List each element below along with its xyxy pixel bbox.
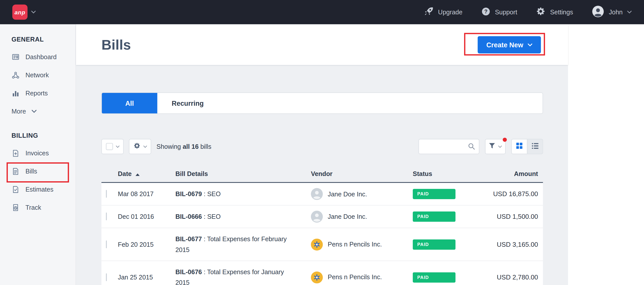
status-badge: PAID xyxy=(413,211,456,222)
sidebar: GENERAL Dashboard Network Reports More xyxy=(0,24,76,285)
status-cell: PAID xyxy=(413,272,456,282)
avatar xyxy=(592,5,604,19)
user-menu[interactable]: John xyxy=(592,5,632,19)
sidebar-item-network[interactable]: Network xyxy=(0,66,75,84)
chevron-down-icon xyxy=(32,110,37,113)
user-label: John xyxy=(609,8,623,16)
column-header-bill-details[interactable]: Bill Details xyxy=(175,170,208,177)
funnel-icon xyxy=(489,143,495,151)
bill-description: : SEO xyxy=(202,213,221,220)
settings-label: Settings xyxy=(550,8,573,16)
table-row[interactable]: Mar 08 2017 BIL-0679 : SEO Jane Doe Inc.… xyxy=(101,183,543,206)
vendor-name: Pens n Pencils Inc. xyxy=(328,274,382,281)
search-box xyxy=(419,139,479,154)
app-logo-menu[interactable]: anp xyxy=(12,5,36,20)
chevron-down-icon xyxy=(498,145,502,148)
sort-asc-icon xyxy=(135,173,139,176)
bill-amount: USD 3,165.00 xyxy=(497,241,538,248)
settings-button[interactable]: Settings xyxy=(536,7,573,18)
row-checkbox[interactable] xyxy=(106,240,107,248)
row-checkbox[interactable] xyxy=(106,190,107,198)
bill-date: Mar 08 2017 xyxy=(118,190,154,198)
gear-icon xyxy=(536,7,546,18)
showing-count-value: all 16 xyxy=(183,143,198,150)
status-cell: PAID xyxy=(413,189,456,199)
sidebar-item-label: Bills xyxy=(25,168,37,175)
select-all-checkbox[interactable] xyxy=(106,143,113,150)
sidebar-item-label: Reports xyxy=(25,90,48,97)
vendor-cell: Pens n Pencils Inc. xyxy=(311,271,382,283)
bill-id[interactable]: BIL-0666 xyxy=(175,213,202,220)
list-icon xyxy=(532,143,538,150)
app-window: anp Upgrade ? Support xyxy=(0,0,644,285)
vendor-cell: Pens n Pencils Inc. xyxy=(311,238,382,250)
sidebar-item-invoices[interactable]: Invoices xyxy=(0,144,75,162)
sidebar-item-label: More xyxy=(12,108,26,115)
status-cell: PAID xyxy=(413,239,456,250)
support-button[interactable]: ? Support xyxy=(481,7,517,17)
sidebar-item-track[interactable]: Track xyxy=(0,199,75,217)
bill-description: : SEO xyxy=(202,190,221,197)
sidebar-section-general: GENERAL xyxy=(0,24,75,48)
sidebar-item-bills[interactable]: Bills xyxy=(0,162,75,181)
rocket-icon xyxy=(424,7,433,17)
bill-id[interactable]: BIL-0676 xyxy=(175,268,202,275)
sidebar-item-more[interactable]: More xyxy=(0,102,75,121)
vendor-cell: Jane Doe Inc. xyxy=(311,188,367,200)
sidebar-item-estimates[interactable]: Estimates xyxy=(0,181,75,199)
track-clock-icon xyxy=(12,203,20,212)
page-title: Bills xyxy=(101,37,131,53)
network-icon xyxy=(12,71,20,79)
select-all-dropdown[interactable] xyxy=(101,139,124,154)
bulk-actions-dropdown[interactable] xyxy=(129,139,151,154)
bill-id[interactable]: BIL-0679 xyxy=(175,190,202,197)
column-header-amount[interactable]: Amount xyxy=(514,170,538,177)
upgrade-label: Upgrade xyxy=(438,8,462,16)
sidebar-item-label: Network xyxy=(25,72,49,79)
grid-view-button[interactable] xyxy=(512,139,527,154)
chevron-down-icon xyxy=(627,11,632,13)
page-header: Bills Create New xyxy=(76,24,568,65)
upgrade-button[interactable]: Upgrade xyxy=(424,7,462,17)
vendor-avatar-person-icon xyxy=(311,211,323,223)
row-checkbox[interactable] xyxy=(106,273,107,281)
bills-table-body: Mar 08 2017 BIL-0679 : SEO Jane Doe Inc.… xyxy=(101,183,543,285)
column-header-vendor[interactable]: Vendor xyxy=(311,170,333,177)
chevron-down-icon xyxy=(116,145,119,148)
table-row[interactable]: Dec 01 2016 BIL-0666 : SEO Jane Doe Inc.… xyxy=(101,205,543,228)
bill-details: BIL-0666 : SEO xyxy=(175,211,299,222)
column-header-status[interactable]: Status xyxy=(413,170,432,177)
status-badge: PAID xyxy=(413,272,456,282)
question-icon: ? xyxy=(481,7,491,17)
support-label: Support xyxy=(495,8,517,16)
status-cell: PAID xyxy=(413,211,456,222)
tab-all[interactable]: All xyxy=(102,93,157,114)
tab-recurring[interactable]: Recurring xyxy=(172,93,204,114)
vendor-logo-icon xyxy=(311,238,323,250)
create-new-button[interactable]: Create New xyxy=(478,36,541,54)
bill-id[interactable]: BIL-0677 xyxy=(175,235,202,242)
filter-button[interactable] xyxy=(485,139,506,154)
column-header-date[interactable]: Date xyxy=(118,170,140,177)
vendor-name: Jane Doe Inc. xyxy=(328,190,367,198)
row-checkbox[interactable] xyxy=(106,212,107,220)
bill-details: BIL-0677 : Total Expenses for February 2… xyxy=(175,234,299,255)
table-row[interactable]: Jan 25 2015 BIL-0676 : Total Expenses fo… xyxy=(101,261,543,285)
bill-amount: USD 2,780.00 xyxy=(497,274,538,281)
filter-active-dot xyxy=(503,138,507,142)
bar-chart-icon xyxy=(12,89,20,97)
sidebar-item-dashboard[interactable]: Dashboard xyxy=(0,48,75,66)
table-row[interactable]: Feb 20 2015 BIL-0677 : Total Expenses fo… xyxy=(101,228,543,261)
bill-amount: USD 16,875.00 xyxy=(493,190,538,198)
vendor-avatar-person-icon xyxy=(311,188,323,200)
bill-amount: USD 1,500.00 xyxy=(497,213,538,220)
chevron-down-icon xyxy=(143,145,147,148)
create-new-label: Create New xyxy=(486,41,523,49)
vendor-name: Jane Doe Inc. xyxy=(328,213,367,220)
sidebar-item-label: Estimates xyxy=(25,186,53,193)
list-view-button[interactable] xyxy=(527,139,543,154)
sidebar-item-reports[interactable]: Reports xyxy=(0,84,75,102)
vendor-logo-icon xyxy=(311,271,323,283)
chevron-down-icon xyxy=(528,43,532,46)
estimate-doc-icon xyxy=(12,185,20,194)
